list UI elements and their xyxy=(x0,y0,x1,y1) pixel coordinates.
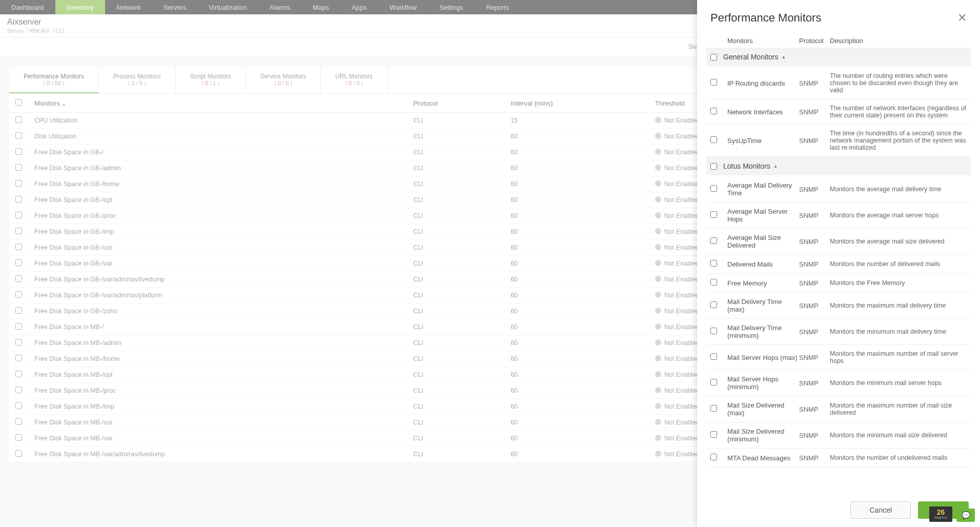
option-checkbox[interactable] xyxy=(710,79,717,86)
monitor-option-row[interactable]: Average Mail Delivery TimeSNMPMonitors t… xyxy=(706,176,971,202)
option-name: Average Mail Size Delivered xyxy=(727,234,799,249)
option-protocol: SNMP xyxy=(799,108,830,116)
option-description: Monitors the Free Memory xyxy=(830,279,967,287)
option-description: Monitors the minumum mail delivery time xyxy=(830,328,967,335)
option-name: IP Routing discards xyxy=(727,79,799,87)
option-name: Mail Size Delivered (minimum) xyxy=(727,428,799,443)
option-protocol: SNMP xyxy=(799,302,830,310)
option-description: The number of routing entries which were… xyxy=(830,72,967,94)
option-protocol: SNMP xyxy=(799,406,830,413)
monitor-option-row[interactable]: Average Mail Server HopsSNMPMonitors the… xyxy=(706,202,971,229)
monitor-option-row[interactable]: Mail Size Delivered (minimum)SNMPMonitor… xyxy=(706,422,971,449)
option-checkbox[interactable] xyxy=(710,431,717,438)
option-checkbox[interactable] xyxy=(710,237,717,244)
col-protocol: Protocol xyxy=(799,37,830,45)
option-description: Monitors the average mail size delivered xyxy=(830,238,967,245)
option-checkbox[interactable] xyxy=(710,379,717,386)
monitor-option-row[interactable]: Mail Delivery Time (minimum)SNMPMonitors… xyxy=(706,319,971,345)
option-protocol: SNMP xyxy=(799,79,830,87)
monitor-option-row[interactable]: Network InterfacesSNMPThe number of netw… xyxy=(706,99,971,125)
option-protocol: SNMP xyxy=(799,432,830,439)
option-protocol: SNMP xyxy=(799,186,830,193)
option-description: Monitors the maximum number of mail serv… xyxy=(830,350,967,364)
option-name: Mail Size Delivered (max) xyxy=(727,401,799,417)
option-description: Monitors the minimum mail server hops xyxy=(830,379,967,387)
option-description: Monitors the minimum mail size delivered xyxy=(830,432,967,439)
option-protocol: SNMP xyxy=(799,354,830,361)
monitor-option-row[interactable]: Mail Delivery Time (max)SNMPMonitors the… xyxy=(706,293,971,319)
group-header[interactable]: General Monitors ▲ xyxy=(706,48,971,66)
monitor-option-row[interactable]: Mail Size Delivered (max)SNMPMonitors th… xyxy=(706,396,971,422)
option-description: Monitors the maximum mail delivery time xyxy=(830,302,967,309)
monitor-option-row[interactable]: Free MemorySNMPMonitors the Free Memory xyxy=(706,274,971,293)
option-name: Mail Delivery Time (minimum) xyxy=(727,324,799,339)
option-checkbox[interactable] xyxy=(710,353,717,360)
option-description: The number of network interfaces (regard… xyxy=(830,105,967,119)
modal-column-headers: Monitors Protocol Description xyxy=(697,32,980,48)
option-checkbox[interactable] xyxy=(710,279,717,286)
option-name: Average Mail Server Hops xyxy=(727,208,799,223)
option-name: Delivered Mails xyxy=(727,260,799,268)
performance-monitors-modal: Performance Monitors ✕ Monitors Protocol… xyxy=(697,0,980,472)
option-checkbox[interactable] xyxy=(710,211,717,218)
option-name: Free Memory xyxy=(727,279,799,287)
option-description: Monitors the average mail delivery time xyxy=(830,186,967,193)
option-protocol: SNMP xyxy=(799,454,830,462)
monitor-option-row[interactable]: Delivered MailsSNMPMonitors the number o… xyxy=(706,255,971,274)
option-name: Mail Delivery Time (max) xyxy=(727,298,799,313)
col-monitors: Monitors xyxy=(727,37,799,45)
option-description: Monitors the number of delivered mails xyxy=(830,260,967,268)
monitor-option-row[interactable]: MTA Dead MessagesSNMPMonitors the number… xyxy=(706,449,971,468)
option-checkbox[interactable] xyxy=(710,108,717,114)
option-name: Mail Server Hops (max) xyxy=(727,354,799,361)
group-checkbox[interactable] xyxy=(710,54,717,60)
option-checkbox[interactable] xyxy=(710,328,717,334)
monitor-option-row[interactable]: Mail Server Hops (max)SNMPMonitors the m… xyxy=(706,345,971,370)
modal-header: Performance Monitors ✕ xyxy=(697,0,980,32)
option-description: Monitors the number of undelivered mails xyxy=(830,454,967,461)
option-name: SysUpTime xyxy=(727,137,799,145)
modal-title: Performance Monitors xyxy=(710,11,957,25)
option-name: MTA Dead Messages xyxy=(727,454,799,462)
option-checkbox[interactable] xyxy=(710,301,717,308)
modal-body: General Monitors ▲IP Routing discardsSNM… xyxy=(697,48,980,472)
option-checkbox[interactable] xyxy=(710,454,717,460)
option-checkbox[interactable] xyxy=(710,185,717,192)
option-description: Monitors the average mail server hops xyxy=(830,212,967,219)
option-checkbox[interactable] xyxy=(710,405,717,412)
col-description: Description xyxy=(830,37,967,45)
option-description: The time (in hundredths of a second) sin… xyxy=(830,130,967,151)
monitor-option-row[interactable]: Average Mail Size DeliveredSNMPMonitors … xyxy=(706,229,971,255)
option-protocol: SNMP xyxy=(799,328,830,336)
group-header[interactable]: Lotus Monitors ▲ xyxy=(706,157,971,175)
option-name: Mail Server Hops (minimum) xyxy=(727,375,799,391)
group-checkbox[interactable] xyxy=(710,163,717,170)
option-protocol: SNMP xyxy=(799,137,830,145)
option-name: Network Interfaces xyxy=(727,108,799,116)
option-checkbox[interactable] xyxy=(710,136,717,143)
monitor-option-row[interactable]: SysUpTimeSNMPThe time (in hundredths of … xyxy=(706,125,971,157)
option-checkbox[interactable] xyxy=(710,260,717,267)
option-protocol: SNMP xyxy=(799,260,830,268)
close-icon[interactable]: ✕ xyxy=(957,11,967,25)
option-protocol: SNMP xyxy=(799,279,830,287)
option-protocol: SNMP xyxy=(799,379,830,387)
monitor-option-row[interactable]: Mail Server Hops (minimum)SNMPMonitors t… xyxy=(706,370,971,396)
option-description: Monitors the maximum number of mail size… xyxy=(830,402,967,416)
monitor-option-row[interactable]: IP Routing discardsSNMPThe number of rou… xyxy=(706,67,971,99)
option-name: Average Mail Delivery Time xyxy=(727,181,799,197)
option-protocol: SNMP xyxy=(799,238,830,246)
option-protocol: SNMP xyxy=(799,212,830,219)
